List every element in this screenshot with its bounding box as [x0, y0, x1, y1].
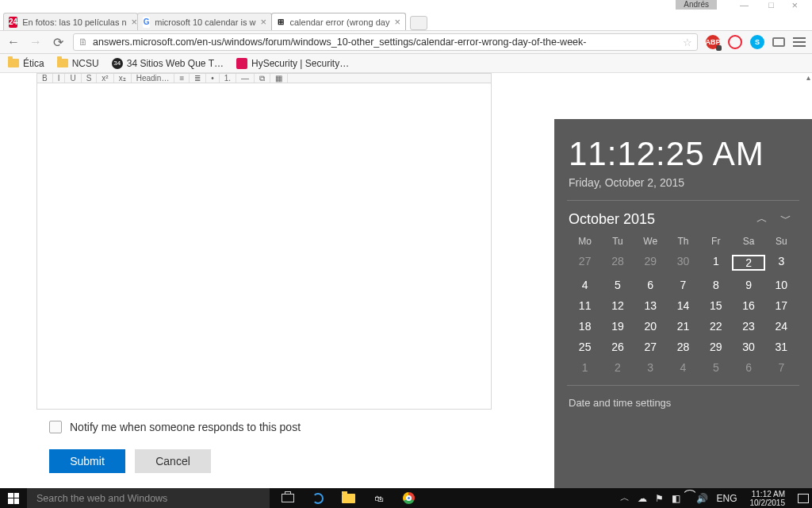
taskbar-search-input[interactable]: Search the web and Windows: [27, 488, 270, 508]
calendar-day[interactable]: 13: [634, 299, 667, 312]
calendar-day[interactable]: 11: [569, 299, 601, 312]
calendar-day[interactable]: 2: [732, 255, 764, 271]
calendar-month-year[interactable]: October 2015: [569, 211, 655, 228]
browser-menu-button[interactable]: [793, 37, 806, 47]
calendar-day[interactable]: 23: [732, 320, 764, 333]
calendar-day[interactable]: 25: [569, 341, 601, 353]
editor-tool-button[interactable]: x²: [102, 74, 113, 83]
calendar-day[interactable]: 30: [667, 255, 699, 271]
editor-tool-button[interactable]: ≡: [179, 74, 190, 83]
editor-tool-button[interactable]: I: [58, 74, 66, 83]
calendar-day[interactable]: 4: [569, 279, 601, 291]
window-close-button[interactable]: ×: [791, 0, 798, 11]
editor-textarea[interactable]: [36, 83, 492, 410]
bookmark-item[interactable]: NCSU: [57, 58, 99, 69]
extension-skype-icon[interactable]: S: [750, 35, 764, 49]
calendar-day[interactable]: 5: [601, 279, 634, 291]
editor-tool-button[interactable]: B: [42, 74, 53, 83]
calendar-day[interactable]: 3: [765, 255, 798, 271]
bookmark-item[interactable]: Ética: [8, 58, 44, 69]
editor-tool-button[interactable]: ⧉: [259, 74, 270, 83]
tray-app-icon[interactable]: ◧: [672, 493, 680, 504]
bookmark-star-icon[interactable]: ☆: [683, 37, 692, 48]
nav-reload-button[interactable]: ⟳: [51, 35, 65, 50]
taskbar-explorer-button[interactable]: [333, 488, 363, 508]
calendar-day[interactable]: 30: [732, 341, 764, 353]
editor-tool-button[interactable]: S: [86, 74, 98, 83]
tray-clock[interactable]: 11:12 AM 10/2/2015: [745, 490, 791, 507]
task-view-button[interactable]: [273, 488, 303, 508]
address-bar[interactable]: 🗎 answers.microsoft.com/en-us/windows/fo…: [73, 33, 698, 51]
calendar-day[interactable]: 28: [601, 255, 634, 271]
calendar-day[interactable]: 2: [601, 361, 634, 374]
taskbar-edge-button[interactable]: [303, 488, 333, 508]
calendar-day[interactable]: 31: [765, 341, 798, 353]
editor-tool-button[interactable]: U: [70, 74, 81, 83]
editor-toolbar[interactable]: BIUSx²x₂Headin…≡≣•1.—⧉▦: [36, 73, 492, 83]
calendar-day[interactable]: 27: [569, 255, 601, 271]
calendar-day[interactable]: 18: [569, 320, 601, 333]
calendar-day[interactable]: 4: [667, 361, 699, 374]
calendar-day[interactable]: 8: [699, 279, 732, 291]
extension-abp-icon[interactable]: ABP: [706, 35, 720, 49]
editor-tool-button[interactable]: 1.: [224, 74, 236, 83]
tab-close-icon[interactable]: ×: [260, 16, 266, 28]
window-minimize-button[interactable]: —: [740, 0, 749, 10]
calendar-day[interactable]: 6: [732, 361, 764, 374]
tray-overflow-button[interactable]: ︿: [620, 491, 630, 505]
browser-tab[interactable]: ⊞calendar error (wrong day×: [271, 13, 406, 30]
calendar-day[interactable]: 10: [765, 279, 798, 291]
calendar-prev-button[interactable]: ︿: [750, 209, 774, 229]
editor-tool-button[interactable]: •: [211, 74, 220, 83]
calendar-day[interactable]: 20: [634, 320, 667, 333]
tray-onedrive-icon[interactable]: ☁: [638, 493, 647, 504]
calendar-day[interactable]: 5: [699, 361, 732, 374]
editor-tool-button[interactable]: ≣: [194, 74, 206, 83]
tray-language[interactable]: ENG: [716, 493, 737, 504]
calendar-day[interactable]: 17: [765, 299, 798, 312]
browser-tab[interactable]: 24En fotos: las 10 películas n×: [3, 13, 138, 30]
calendar-day[interactable]: 9: [732, 279, 764, 291]
window-maximize-button[interactable]: □: [768, 0, 774, 10]
editor-tool-button[interactable]: Headin…: [136, 74, 175, 83]
taskbar-chrome-button[interactable]: [393, 488, 423, 508]
calendar-day[interactable]: 14: [667, 299, 699, 312]
cancel-button[interactable]: Cancel: [135, 449, 211, 473]
calendar-day[interactable]: 29: [699, 341, 732, 353]
calendar-day[interactable]: 6: [634, 279, 667, 291]
submit-button[interactable]: Submit: [49, 449, 125, 473]
editor-tool-button[interactable]: —: [241, 74, 255, 83]
tray-defender-icon[interactable]: ⚑: [655, 493, 664, 504]
calendar-day[interactable]: 26: [601, 341, 634, 353]
action-center-button[interactable]: [798, 494, 809, 503]
calendar-day[interactable]: 7: [667, 279, 699, 291]
new-tab-button[interactable]: [410, 16, 427, 30]
os-user-badge[interactable]: Andrés: [676, 0, 717, 10]
calendar-day[interactable]: 3: [634, 361, 667, 374]
calendar-day[interactable]: 21: [667, 320, 699, 333]
calendar-day[interactable]: 12: [601, 299, 634, 312]
calendar-day[interactable]: 15: [699, 299, 732, 312]
calendar-day[interactable]: 27: [634, 341, 667, 353]
notify-checkbox[interactable]: [49, 421, 62, 433]
bookmark-item[interactable]: 3434 Sitios Web Que T…: [112, 58, 224, 69]
calendar-day[interactable]: 7: [765, 361, 798, 374]
taskbar-store-button[interactable]: 🛍: [363, 488, 393, 508]
calendar-day[interactable]: 22: [699, 320, 732, 333]
cast-icon[interactable]: [772, 37, 785, 47]
start-button[interactable]: [0, 493, 27, 504]
calendar-day[interactable]: 19: [601, 320, 634, 333]
tray-volume-icon[interactable]: 🔊: [696, 493, 708, 504]
bookmark-item[interactable]: HySecurity | Security…: [236, 58, 349, 69]
date-time-settings-link[interactable]: Date and time settings: [569, 397, 798, 409]
nav-forward-button[interactable]: →: [29, 35, 43, 49]
calendar-day[interactable]: 1: [569, 361, 601, 374]
browser-tab[interactable]: Gmicrosoft 10 calendar is w×: [137, 13, 272, 30]
calendar-day[interactable]: 28: [667, 341, 699, 353]
editor-tool-button[interactable]: x₂: [119, 74, 132, 83]
extension-opera-icon[interactable]: [728, 35, 742, 49]
nav-back-button[interactable]: ←: [6, 35, 21, 49]
editor-tool-button[interactable]: ▦: [275, 74, 288, 83]
scrollbar-up-icon[interactable]: ▴: [806, 73, 810, 82]
calendar-day[interactable]: 16: [732, 299, 764, 312]
